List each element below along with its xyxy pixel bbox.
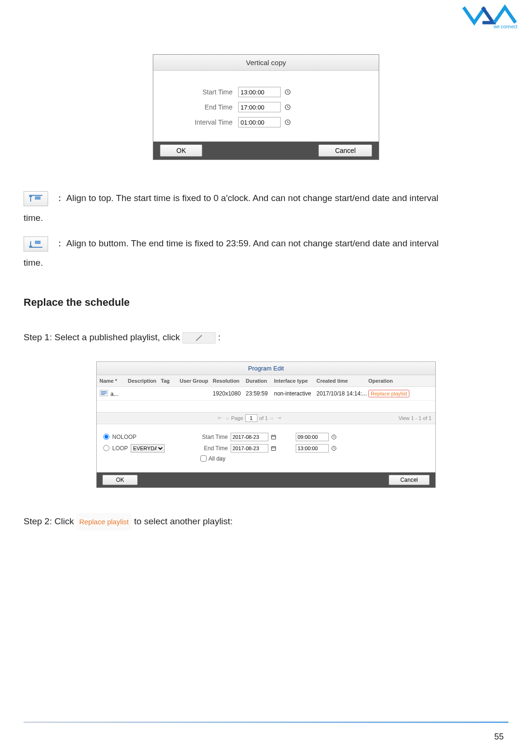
clock-icon[interactable] — [283, 118, 292, 126]
vertical-copy-dialog: Vertical copy Start Time End Time Interv… — [153, 54, 379, 160]
start-date-input[interactable] — [231, 433, 268, 441]
cell-duration: 23:59:59 — [246, 390, 274, 397]
table-header: Name * Description Tag User Group Resolu… — [97, 375, 435, 387]
pager-of-label: of 1 — [259, 415, 268, 421]
col-usergroup: User Group — [180, 378, 213, 384]
align-bottom-text: Align to buttom. The end time is fixed t… — [66, 238, 439, 248]
start-time-label: Start Time — [172, 88, 238, 96]
align-bottom-icon — [24, 236, 48, 252]
col-created: Created time — [316, 378, 368, 384]
step1-post: : — [218, 332, 220, 342]
loop-radio[interactable] — [103, 445, 109, 451]
start-time-input[interactable] — [238, 87, 281, 97]
replace-playlist-button: Replace playlist — [76, 513, 132, 530]
edit-icon — [183, 332, 216, 344]
cell-created: 2017/10/18 14:14:... — [316, 390, 368, 397]
svg-rect-4 — [35, 196, 41, 200]
dialog-title: Vertical copy — [153, 55, 379, 71]
col-desc: Description — [128, 378, 161, 384]
pager-next-icon[interactable]: ›› — [270, 415, 273, 421]
align-top-icon — [24, 191, 48, 206]
align-top-text: Align to top. The start time is fixed to… — [66, 193, 439, 203]
pager-last-icon[interactable]: ⇥ — [277, 415, 281, 421]
allday-label: All day — [208, 455, 225, 462]
end-time-label: End Time — [172, 103, 238, 111]
loop-select[interactable]: EVERYDAY — [131, 444, 165, 453]
footer-divider — [24, 722, 508, 723]
program-edit-dialog: Program Edit Name * Description Tag User… — [96, 361, 436, 488]
ok-button[interactable]: OK — [160, 144, 202, 157]
clock-icon[interactable] — [283, 103, 292, 111]
calendar-icon[interactable] — [270, 445, 277, 452]
pager-first-icon[interactable]: ⇤ — [218, 415, 222, 421]
pager: ⇤ ‹‹ Page of 1 ›› ⇥ View 1 - 1 of 1 — [97, 412, 435, 424]
noloop-label: NOLOOP — [112, 434, 136, 440]
allday-checkbox[interactable] — [200, 455, 207, 462]
calendar-icon[interactable] — [270, 434, 277, 440]
dialog-title: Program Edit — [97, 362, 435, 375]
start-time-label: Start Time — [198, 434, 231, 440]
cancel-button[interactable]: Cancel — [389, 475, 430, 485]
pager-view-label: View 1 - 1 of 1 — [399, 415, 432, 421]
interval-time-input[interactable] — [238, 117, 281, 127]
cell-name-text: a... — [110, 391, 118, 397]
loop-label: LOOP — [112, 445, 128, 452]
svg-rect-15 — [272, 446, 276, 450]
start-time-input[interactable] — [296, 433, 329, 441]
align-top-paragraph: ： Align to top. The start time is fixed … — [24, 188, 508, 208]
cancel-button[interactable]: Cancel — [318, 144, 372, 157]
page-number: 55 — [494, 732, 504, 742]
col-operation: Operation — [368, 378, 432, 384]
pager-prev-icon[interactable]: ‹‹ — [226, 415, 229, 421]
cell-resolution: 1920x1080 — [213, 390, 246, 397]
svg-rect-10 — [272, 435, 276, 439]
ok-button[interactable]: OK — [102, 475, 138, 485]
cell-interface: non-interactive — [274, 390, 316, 397]
align-bottom-paragraph: ： Align to buttom. The end time is fixed… — [24, 234, 508, 253]
table-row[interactable]: a... 1920x1080 23:59:59 non-interactive … — [97, 387, 435, 401]
align-top-text-cont: time. — [24, 208, 508, 228]
step1-line: Step 1: Select a published playlist, cli… — [24, 328, 508, 347]
interval-time-label: Interval Time — [172, 118, 238, 126]
noloop-radio[interactable] — [103, 434, 109, 440]
brand-logo: we connect — [461, 4, 518, 30]
col-duration: Duration — [246, 378, 274, 384]
svg-rect-5 — [35, 241, 41, 244]
end-date-input[interactable] — [231, 444, 268, 453]
clock-icon[interactable] — [331, 445, 337, 452]
step2-pre: Step 2: Click — [24, 516, 74, 526]
logo-tagline-svg: we connect — [493, 24, 517, 29]
step1-pre: Step 1: Select a published playlist, cli… — [24, 332, 180, 342]
col-tag: Tag — [161, 378, 180, 384]
col-interface: Interface type — [274, 378, 316, 384]
col-name: Name * — [100, 378, 128, 384]
section-heading: Replace the schedule — [24, 296, 508, 309]
cell-operation: Replace playlist — [368, 390, 432, 397]
colon: ： — [55, 238, 64, 248]
end-time-input[interactable] — [296, 444, 329, 453]
pager-page-label: Page — [231, 415, 243, 421]
clock-icon[interactable] — [283, 88, 292, 96]
playlist-icon — [100, 390, 108, 396]
replace-playlist-link[interactable]: Replace playlist — [368, 390, 409, 397]
end-time-input[interactable] — [238, 102, 281, 112]
step2-post: to select another playlist: — [134, 516, 233, 526]
clock-icon[interactable] — [331, 434, 337, 440]
col-resolution: Resolution — [213, 378, 246, 384]
end-time-label: End Time — [198, 445, 231, 452]
step2-line: Step 2: Click Replace playlist to select… — [24, 512, 508, 531]
align-bottom-text-cont: time. — [24, 253, 508, 273]
cell-name: a... — [100, 390, 128, 397]
colon: ： — [55, 193, 64, 203]
pager-page-input[interactable] — [245, 414, 258, 422]
